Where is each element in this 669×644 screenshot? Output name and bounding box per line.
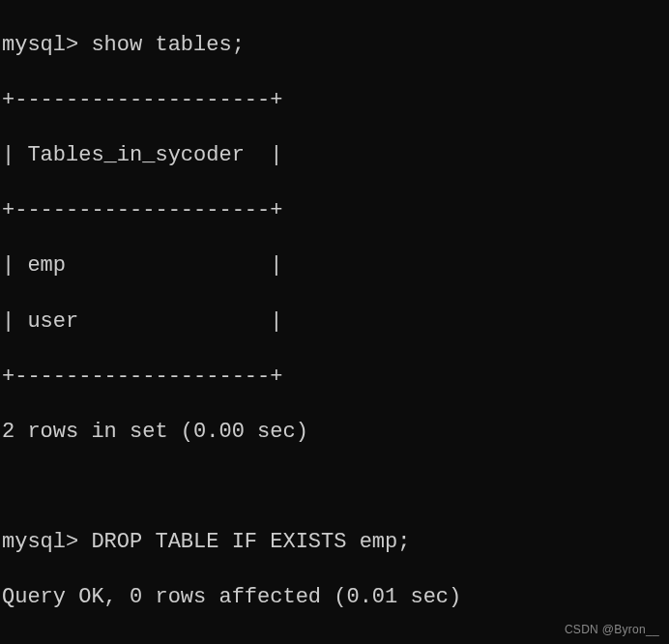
table-header: | Tables_in_sycoder | [2, 142, 667, 170]
table-row: | emp | [2, 252, 667, 280]
blank-line [2, 474, 667, 502]
terminal-output: mysql> show tables; +-------------------… [2, 4, 667, 644]
result-summary: Query OK, 0 rows affected (0.01 sec) [2, 584, 667, 612]
watermark: CSDN @Byron__ [565, 623, 659, 638]
prompt: mysql> [2, 33, 78, 57]
table-border: +--------------------+ [2, 364, 667, 392]
table-border: +--------------------+ [2, 87, 667, 115]
table-row: | user | [2, 308, 667, 337]
blank-line [2, 640, 667, 644]
command-line[interactable]: mysql> DROP TABLE IF EXISTS emp; [2, 529, 667, 557]
prompt: mysql> [2, 530, 78, 554]
result-summary: 2 rows in set (0.00 sec) [2, 419, 667, 447]
command-text: show tables; [91, 33, 244, 57]
command-line[interactable]: mysql> show tables; [2, 32, 667, 60]
table-border: +--------------------+ [2, 197, 667, 225]
command-text: DROP TABLE IF EXISTS emp; [91, 530, 410, 554]
